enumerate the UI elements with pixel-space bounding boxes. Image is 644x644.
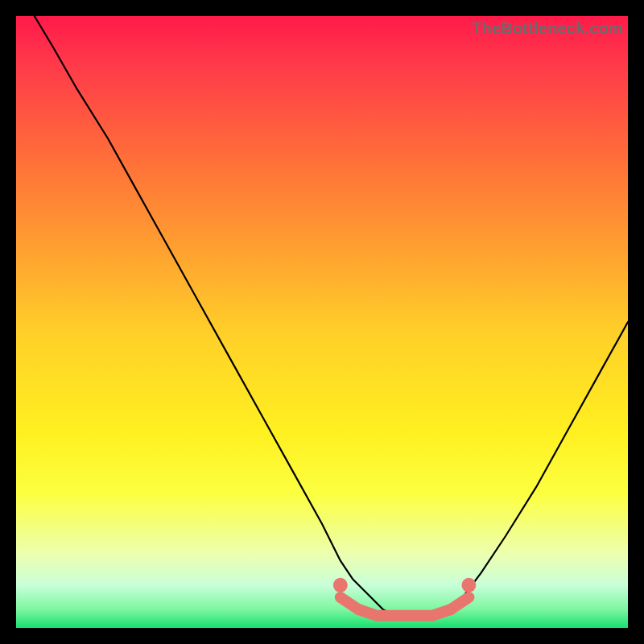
bottleneck-curve <box>35 16 628 616</box>
highlight-region-line <box>341 597 469 616</box>
watermark-text: TheBottleneck.com <box>472 19 623 38</box>
chart-frame: TheBottleneck.com <box>0 0 644 644</box>
highlight-dot <box>333 578 348 592</box>
highlight-dot <box>353 604 365 615</box>
curve-svg <box>16 16 628 628</box>
highlight-markers <box>333 578 477 616</box>
plot-area: TheBottleneck.com <box>16 16 628 628</box>
highlight-dot <box>445 604 456 615</box>
highlight-dot <box>461 578 476 592</box>
